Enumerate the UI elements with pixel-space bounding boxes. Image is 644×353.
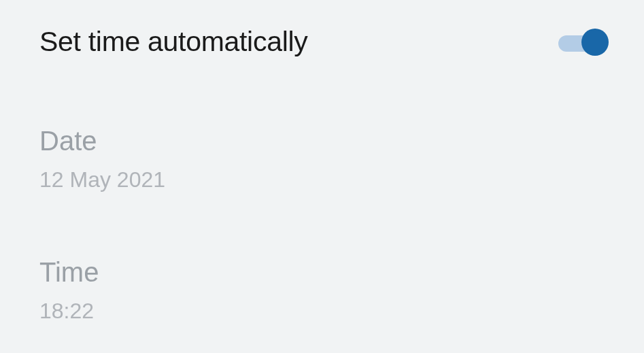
toggle-thumb	[581, 29, 609, 56]
time-setting-row[interactable]: Time 18:22	[39, 257, 605, 324]
set-time-automatically-row[interactable]: Set time automatically	[39, 26, 605, 58]
time-label: Time	[39, 257, 605, 288]
time-value: 18:22	[39, 299, 605, 324]
set-time-automatically-label: Set time automatically	[39, 26, 307, 58]
date-setting-row[interactable]: Date 12 May 2021	[39, 126, 605, 192]
set-time-automatically-toggle[interactable]	[558, 31, 605, 53]
date-label: Date	[39, 126, 605, 156]
date-value: 12 May 2021	[39, 167, 605, 192]
